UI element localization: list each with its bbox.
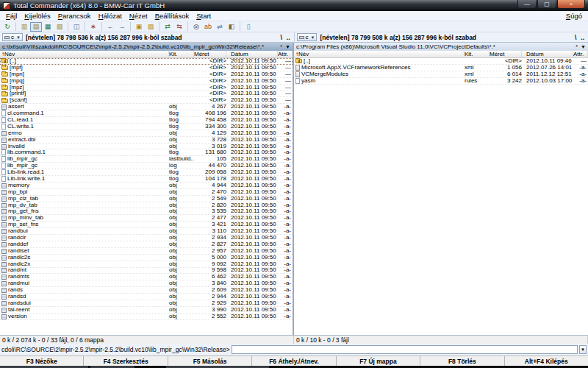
file-date: 2012.10.11 09:50 [226, 267, 278, 273]
quick-view-icon[interactable]: ◫ [71, 22, 82, 32]
history-dropdown-button[interactable]: ▼ [285, 44, 290, 49]
left-header-size[interactable]: Méret [194, 51, 226, 57]
fn-f7-uj-mappa-button[interactable]: F7 Új mappa [337, 356, 420, 366]
file-ext: log [169, 163, 194, 169]
fn-f5-masolas-button[interactable]: F5 Másolás [168, 356, 252, 366]
left-header-ext[interactable]: Kit. [169, 51, 194, 57]
toolbar-separator [187, 22, 188, 31]
file-attr: -a- [278, 241, 293, 247]
command-line-input[interactable] [232, 345, 578, 354]
sync-dirs-icon[interactable]: ⇌ [214, 22, 226, 32]
file-name-cell: randiset [0, 248, 169, 254]
view-tree-icon[interactable]: ▧ [54, 22, 65, 32]
file-size: 3 019 [194, 144, 226, 149]
multi-rename-icon[interactable]: ab [202, 22, 214, 32]
title-bar[interactable]: Total Commander (x64) 8.0 - BMW-Car IT G… [0, 0, 588, 11]
file-ext: obj [169, 189, 194, 195]
file-attr: -a- [278, 189, 293, 195]
file-name-cell: randmt [0, 267, 169, 273]
ftp-connect-icon[interactable]: ⇄ [162, 22, 173, 32]
menu-kijeloles[interactable]: Kijelölés [21, 12, 54, 20]
favorites-star-button[interactable]: * [576, 44, 578, 49]
history-dropdown-button[interactable]: ▼ [581, 44, 586, 49]
notepad-icon[interactable]: ▯ [243, 22, 254, 32]
search-icon[interactable]: ◎ [190, 22, 202, 32]
menu-halozat[interactable]: Hálózat [95, 12, 126, 20]
file-date: 2012.10.11 09:50 [226, 222, 278, 227]
left-root-dir-button[interactable]: \ [280, 34, 282, 41]
back-icon[interactable]: ← [104, 22, 116, 32]
favorites-icon[interactable]: ∗ [87, 22, 99, 32]
left-path-bar[interactable]: c:\txt\suli\VII\szakdoli\RC\SOURCE\2\mpi… [0, 43, 293, 51]
view-brief-icon[interactable]: ▥ [18, 22, 30, 32]
right-header-date[interactable]: Dátum [522, 51, 573, 57]
menu-beallitasok[interactable]: Beállítások [151, 12, 193, 20]
file-size: 3 421 [194, 222, 226, 227]
file-row[interactable]: yasmrules3 2422012.10.03 17:00-a- [294, 78, 588, 85]
file-date: 2012.10.11 09:50 [226, 163, 278, 169]
menu-start[interactable]: Start [193, 12, 215, 20]
left-parent-dir-button[interactable]: .. [287, 34, 290, 41]
right-drive-combo[interactable]: c ▼ [297, 33, 318, 41]
fn-f4-szerkesztes-button[interactable]: F4 Szerkesztés [84, 356, 168, 366]
file-name: randlc2s [8, 255, 30, 261]
favorites-star-button[interactable]: * [280, 44, 282, 49]
command-history-dropdown[interactable]: ▼ [579, 345, 587, 354]
file-attr: — [278, 85, 293, 91]
right-path-bar[interactable]: c:\Program Files (x86)\Microsoft Visual … [294, 43, 588, 51]
file-date: 2012.10.11 09:50 [226, 97, 278, 103]
file-name: randmts [8, 274, 29, 280]
right-panel: c:\Program Files (x86)\Microsoft Visual … [294, 43, 588, 335]
file-row[interactable]: versionobj2 5522012.10.11 09:50-a- [0, 314, 293, 320]
file-attr: -a- [278, 124, 293, 130]
file-icon [295, 65, 300, 71]
minimize-button[interactable]: — [517, 0, 537, 9]
left-header-name[interactable]: ↑Név [0, 51, 169, 57]
right-root-dir-button[interactable]: \ [575, 34, 576, 41]
pack-icon[interactable]: ▣ [133, 22, 145, 32]
fn-f8-torles-button[interactable]: F8 Törlés [420, 356, 504, 366]
file-date: 2012.10.11 09:50 [226, 104, 278, 110]
menu-fajl[interactable]: Fájl [2, 12, 21, 20]
file-size: 2 827 [194, 241, 226, 247]
right-header-name[interactable]: ↑Név [294, 51, 465, 57]
fn-f6-athely-atnev-button[interactable]: F6 Áthely./Átnev. [252, 356, 336, 366]
close-button[interactable]: × [557, 0, 585, 9]
left-panel: c:\txt\suli\VII\szakdoli\RC\SOURCE\2\mpi… [0, 43, 294, 335]
unpack-icon[interactable]: ▨ [145, 22, 157, 32]
right-header-ext[interactable]: Kit. [465, 51, 490, 57]
file-name: [mpq] [10, 78, 24, 84]
menu-parancsok[interactable]: Parancsok [54, 12, 95, 20]
menu-nezet[interactable]: Nézet [126, 12, 151, 20]
left-header-date[interactable]: Dátum [226, 51, 278, 57]
menu-sugo[interactable]: Súgó [562, 12, 586, 20]
file-name: Lib-link.write.1 [7, 176, 45, 182]
right-header-attr[interactable]: Attr. [573, 51, 588, 57]
fn-f3-nezoke-button[interactable]: F3 Nézőke [0, 356, 84, 366]
left-drive-combo[interactable]: c ▼ [2, 33, 23, 41]
file-size: 9 598 [194, 267, 226, 273]
file-ext: obj [169, 208, 194, 214]
file-name-cell: [mpz] [0, 85, 169, 91]
file-name: memory [8, 183, 29, 188]
file-name-cell: randmui [0, 280, 169, 286]
toolbar-separator [85, 22, 85, 31]
left-header-attr[interactable]: Attr. [278, 51, 293, 57]
file-size: 3 110 [194, 228, 226, 234]
file-date: 2012.10.11 09:50 [226, 241, 278, 247]
file-size: 4 944 [194, 183, 226, 188]
parent-folder-icon [1, 59, 8, 63]
right-parent-dir-button[interactable]: .. [581, 34, 584, 41]
file-attr: -a- [278, 110, 293, 116]
restore-button[interactable]: ▢ [537, 0, 556, 9]
refresh-icon[interactable]: ↻ [1, 22, 13, 32]
view-thumbnails-icon[interactable]: ▦ [42, 22, 54, 32]
file-name: randmui [8, 280, 29, 286]
ftp-disconnect-icon[interactable]: ⇆ [173, 22, 185, 32]
compare-icon[interactable]: ◧ [226, 22, 237, 32]
view-full-icon[interactable]: ▤ [30, 22, 42, 32]
fn-alt-f4-kilepes-button[interactable]: Alt+F4 Kilépés [505, 356, 588, 366]
right-header-size[interactable]: Méret [490, 51, 522, 57]
file-attr: — [278, 97, 293, 103]
forward-icon[interactable]: → [116, 22, 128, 32]
